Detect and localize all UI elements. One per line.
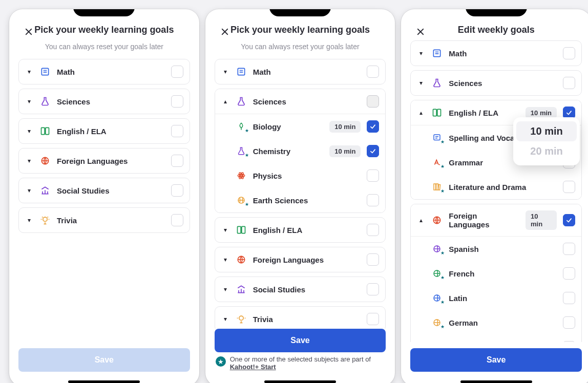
chevron-down-icon: ▾ bbox=[25, 127, 33, 135]
subject-row-english[interactable]: ▾ English / ELA bbox=[18, 118, 190, 144]
checkbox-trivia[interactable] bbox=[367, 313, 379, 325]
save-button[interactable]: Save bbox=[410, 348, 582, 372]
checkbox-sciences[interactable] bbox=[563, 77, 575, 89]
subject-label: Math bbox=[57, 68, 165, 76]
subtopic-row-other-lang[interactable]: ★ Other (Chinese & Japanese) bbox=[411, 335, 581, 342]
subject-label: Sciences bbox=[253, 97, 361, 106]
subtopic-row-french[interactable]: ★ French bbox=[411, 261, 581, 286]
sciences-icon bbox=[39, 96, 51, 107]
chevron-up-icon: ▴ bbox=[417, 109, 425, 117]
svg-rect-48 bbox=[438, 184, 440, 190]
page-title: Pick your weekly learning goals bbox=[19, 25, 189, 35]
subject-row-social[interactable]: ▾ Social Studies bbox=[18, 178, 190, 203]
chevron-down-icon: ▾ bbox=[25, 216, 33, 224]
social-studies-icon bbox=[39, 185, 51, 196]
subject-row-foreign[interactable]: ▾ Foreign Languages bbox=[215, 247, 386, 272]
german-icon: ★ bbox=[431, 317, 443, 328]
subtopic-row-chemistry[interactable]: ★ Chemistry 10 min bbox=[215, 139, 386, 163]
subtopic-row-spanish[interactable]: ★ Spanish bbox=[411, 237, 581, 261]
phone-screen-3: Edit weekly goals ▾ Math ▾ Sciences bbox=[401, 9, 588, 383]
chevron-down-icon: ▾ bbox=[25, 68, 33, 76]
subtopic-row-literature[interactable]: ★ Literature and Drama bbox=[411, 175, 581, 199]
svg-rect-39 bbox=[433, 109, 437, 116]
chevron-down-icon: ▾ bbox=[221, 285, 229, 293]
checkbox-foreign[interactable] bbox=[563, 214, 575, 226]
subtopic-label: German bbox=[449, 318, 557, 327]
premium-note: ★ One or more of the selected subjects a… bbox=[205, 352, 395, 383]
checkbox-sciences[interactable] bbox=[367, 95, 379, 108]
close-button[interactable] bbox=[218, 25, 232, 39]
checkbox-math[interactable] bbox=[563, 47, 575, 59]
page-title: Pick your weekly learning goals bbox=[216, 25, 385, 35]
subject-label: Social Studies bbox=[57, 186, 165, 195]
checkbox-english[interactable] bbox=[367, 224, 379, 236]
subject-label: English / ELA bbox=[253, 226, 361, 235]
trivia-icon bbox=[39, 215, 51, 226]
subject-row-social[interactable]: ▾ Social Studies bbox=[215, 276, 386, 302]
foreign-languages-icon bbox=[431, 215, 443, 226]
checkbox-foreign[interactable] bbox=[171, 155, 183, 167]
save-button[interactable]: Save bbox=[18, 348, 190, 372]
checkbox-social[interactable] bbox=[367, 283, 379, 295]
subject-row-english[interactable]: ▾ English / ELA bbox=[215, 217, 386, 243]
phone-screen-1: Pick your weekly learning goals You can … bbox=[9, 9, 199, 383]
chevron-down-icon: ▾ bbox=[417, 49, 425, 57]
subject-row-trivia[interactable]: ▾ Trivia bbox=[18, 207, 190, 233]
subject-row-trivia[interactable]: ▾ Trivia bbox=[215, 306, 386, 329]
subject-row-foreign[interactable]: ▾ Foreign Languages bbox=[18, 148, 190, 174]
subject-row-math[interactable]: ▾ Math bbox=[18, 59, 190, 84]
svg-rect-47 bbox=[436, 184, 438, 190]
checkbox-literature[interactable] bbox=[563, 181, 575, 193]
subject-label: Math bbox=[253, 68, 361, 76]
subject-row-math[interactable]: ▾ Math bbox=[215, 59, 386, 84]
checkbox-physics[interactable] bbox=[367, 169, 379, 182]
checkbox-french[interactable] bbox=[563, 267, 575, 280]
save-button[interactable]: Save bbox=[215, 329, 386, 352]
duration-picker[interactable]: 10 min 20 min bbox=[513, 117, 580, 165]
checkbox-german[interactable] bbox=[563, 316, 575, 329]
checkbox-math[interactable] bbox=[367, 66, 379, 78]
spelling-icon: ★ bbox=[431, 132, 443, 143]
duration-pill[interactable]: 10 min bbox=[329, 121, 361, 133]
subject-row-math[interactable]: ▾ Math bbox=[410, 40, 582, 66]
checkbox-earth[interactable] bbox=[367, 194, 379, 206]
subject-row-foreign[interactable]: ▴ Foreign Languages 10 min bbox=[411, 204, 581, 237]
subtopic-row-earth[interactable]: ★ Earth Sciences bbox=[215, 188, 386, 212]
subject-label: Trivia bbox=[253, 315, 361, 324]
subtopic-row-physics[interactable]: Physics bbox=[215, 163, 386, 188]
subtopic-row-biology[interactable]: ★ Biology 10 min bbox=[215, 114, 386, 139]
subtopic-row-german[interactable]: ★ German bbox=[411, 310, 581, 335]
sciences-icon bbox=[431, 77, 443, 89]
chevron-down-icon: ▾ bbox=[25, 157, 33, 165]
close-button[interactable] bbox=[22, 25, 36, 39]
checkbox-other-lang[interactable] bbox=[563, 341, 575, 342]
duration-pill[interactable]: 10 min bbox=[329, 145, 361, 157]
subtopic-label: Biology bbox=[253, 122, 323, 131]
checkbox-math[interactable] bbox=[171, 66, 183, 78]
checkbox-social[interactable] bbox=[171, 184, 183, 197]
checkbox-english[interactable] bbox=[171, 125, 183, 137]
checkbox-spanish[interactable] bbox=[563, 243, 575, 255]
note-link[interactable]: Kahoot!+ Start bbox=[230, 363, 276, 371]
checkbox-latin[interactable] bbox=[563, 292, 575, 304]
subject-row-sciences[interactable]: ▾ Sciences bbox=[410, 70, 582, 96]
checkbox-trivia[interactable] bbox=[171, 214, 183, 226]
checkbox-sciences[interactable] bbox=[171, 95, 183, 108]
subject-row-sciences[interactable]: ▴ Sciences bbox=[215, 89, 386, 114]
subject-label: Sciences bbox=[449, 79, 557, 88]
earth-sciences-icon: ★ bbox=[236, 195, 247, 206]
subtopic-label: Spanish bbox=[449, 245, 557, 253]
subject-row-sciences[interactable]: ▾ Sciences bbox=[18, 89, 190, 114]
picker-option-20[interactable]: 20 min bbox=[516, 141, 577, 161]
duration-pill[interactable]: 10 min bbox=[526, 210, 557, 230]
checkbox-biology[interactable] bbox=[367, 120, 379, 133]
chevron-down-icon: ▾ bbox=[221, 226, 229, 234]
biology-icon: ★ bbox=[236, 121, 247, 132]
checkbox-foreign[interactable] bbox=[367, 253, 379, 266]
picker-option-10[interactable]: 10 min bbox=[516, 121, 577, 141]
subject-label: Sciences bbox=[57, 97, 165, 106]
checkbox-chemistry[interactable] bbox=[367, 145, 379, 157]
chevron-down-icon: ▾ bbox=[417, 79, 425, 87]
subtopic-row-latin[interactable]: ★ Latin bbox=[411, 286, 581, 310]
math-icon bbox=[39, 66, 51, 77]
